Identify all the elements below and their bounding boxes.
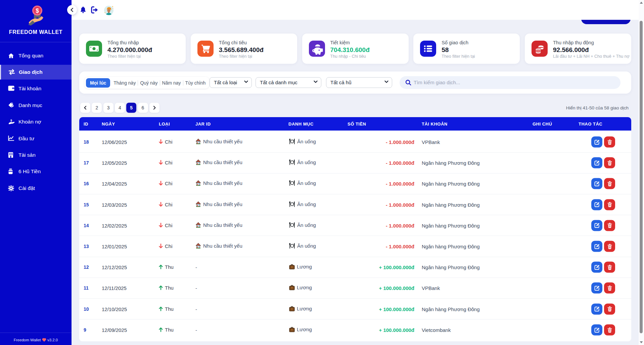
svg-text:$: $	[10, 119, 12, 122]
svg-text:$: $	[36, 7, 39, 14]
